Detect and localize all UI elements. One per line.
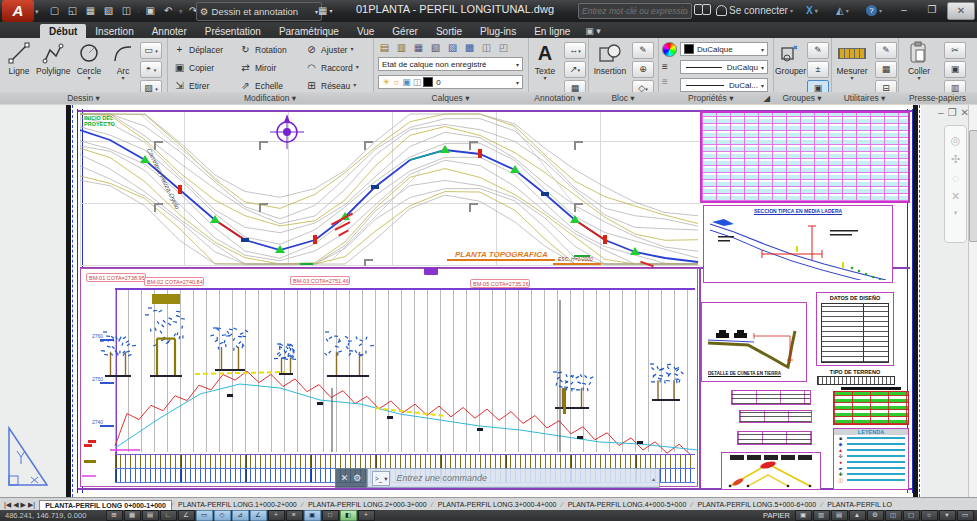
undo-icon[interactable]: ↶	[160, 3, 177, 19]
layer-states-icon[interactable]: ▥	[395, 42, 408, 53]
ellipse-icon[interactable]: ◓ ▾	[140, 61, 162, 78]
toolbar-lock-icon[interactable]: ◫	[885, 510, 902, 521]
annotation-scale-icon[interactable]: ▲	[849, 510, 866, 521]
command-history-icon[interactable]: ▴	[652, 475, 655, 482]
dynamic-input-icon[interactable]: +	[268, 510, 285, 521]
first-layout-icon[interactable]: |◀	[4, 501, 11, 509]
annotation-monitor-icon[interactable]: +	[358, 510, 375, 521]
dialog-launcher-icon[interactable]: ◢	[763, 92, 770, 104]
group-edit-icon[interactable]: ±	[807, 61, 829, 78]
quick-select-icon[interactable]: ✎	[875, 42, 897, 59]
object-snap-icon[interactable]: ▭	[196, 510, 213, 521]
print-icon[interactable]: ▣	[142, 3, 159, 19]
steering-wheel-icon[interactable]: ◎	[951, 134, 961, 147]
bulb-on-icon[interactable]: ☀	[382, 77, 390, 87]
dynamic-ucs-icon[interactable]: ∠	[250, 510, 267, 521]
layer-state-dropdown[interactable]: Etat de calque non enregistré▾	[378, 57, 523, 71]
drawing-minimize-ic[interactable]: –	[938, 107, 944, 118]
panel-label-dessin[interactable]: Dessin ▾	[0, 92, 167, 104]
fillet-button[interactable]: ◠Raccord▾	[305, 60, 359, 75]
arc-button[interactable]: Arc▾	[106, 40, 140, 90]
hardware-acceleration-icon[interactable]: ▢	[903, 510, 920, 521]
insert-button[interactable]: Insertion	[590, 40, 630, 90]
layout-tab-2[interactable]: PLANTA-PERFIL LONG.1+000-2+000	[173, 500, 302, 509]
layer-match-icon[interactable]: ◰	[497, 42, 510, 53]
quick-properties-icon[interactable]: □	[322, 510, 339, 521]
layout-tab-7[interactable]: PLANTA-PERFIL LO	[822, 500, 897, 509]
layer-unisolate-icon[interactable]: ▧	[429, 42, 442, 53]
paste-button[interactable]: Coller▾	[902, 40, 936, 90]
panel-label-modification[interactable]: Modification ▾	[167, 92, 373, 104]
tab-plugins[interactable]: Plug-ins	[471, 24, 525, 38]
command-wrench-icon[interactable]: ⚙	[353, 473, 361, 483]
linetype-dropdown[interactable]: DuCal...▾	[680, 78, 768, 92]
drawing-restore-icon[interactable]: ❐	[948, 107, 957, 118]
save-as-icon[interactable]: ▧	[100, 3, 117, 19]
tab-annoter[interactable]: Annoter	[143, 24, 196, 38]
tab-vue[interactable]: Vue	[348, 24, 383, 38]
layer-isolate-icon[interactable]: ▦	[412, 42, 425, 53]
workspace-gear-icon[interactable]: ⚙	[867, 510, 884, 521]
zoom-icon[interactable]: ◌	[952, 172, 959, 184]
stretch-button[interactable]: ⇲Etirer	[173, 78, 209, 93]
drawing-canvas[interactable]: INICIO DEL PROYECTO Carretera Pauza-Oyol…	[0, 105, 977, 497]
transparency-icon[interactable]: ▣	[304, 510, 321, 521]
close-button[interactable]: ✕	[947, 2, 975, 20]
scale-button[interactable]: ⇗Echelle	[239, 78, 283, 93]
status-menu-icon[interactable]: ▾	[939, 510, 956, 521]
group-button[interactable]: Grouper	[775, 40, 805, 90]
measure-button[interactable]: Mesurer▾	[833, 40, 871, 90]
panel-label-utilitaires[interactable]: Utilitaires ▾	[831, 92, 898, 104]
communication-center-icon[interactable]: ◭▾	[836, 3, 849, 18]
tab-gerer[interactable]: Gérer	[383, 24, 427, 38]
sun-icon[interactable]: ☼	[392, 77, 400, 87]
panel-label-proprietes[interactable]: Propriétés ▾ ◢	[658, 92, 773, 104]
last-layout-icon[interactable]: ▶|	[28, 501, 35, 509]
workspace-switcher[interactable]: ⚙ Dessin et annotation ▾	[196, 2, 322, 21]
maximize-viewport-icon[interactable]: ▣	[795, 510, 812, 521]
layout-tab-6[interactable]: PLANTA-PERFIL LONG.5+000-6+000	[692, 500, 821, 509]
panel-label-annotation[interactable]: Annotation ▾	[528, 92, 588, 104]
navbar-more-icon[interactable]: ▾	[954, 209, 958, 217]
paper-space-label[interactable]: PAPIER	[763, 511, 790, 520]
layout-tab-3[interactable]: PLANTA-PERFIL LONG.2+000-3+000	[303, 500, 432, 509]
color-wheel-icon[interactable]	[662, 42, 677, 57]
create-block-icon[interactable]: ⊕	[632, 61, 654, 78]
polar-tracking-icon[interactable]: ∠	[178, 510, 195, 521]
linetype-icon[interactable]: ≡	[662, 76, 677, 87]
plot-icon[interactable]: ◫	[118, 3, 135, 19]
binoculars-icon[interactable]	[694, 4, 710, 17]
text-button[interactable]: A Texte▾	[530, 40, 560, 90]
tab-insertion[interactable]: Insertion	[86, 24, 142, 38]
snap-mode-icon[interactable]: ▦	[124, 510, 141, 521]
layout-tab-1[interactable]: PLANTA-PERFIL LONG 0+000-1+000	[39, 500, 172, 510]
tab-parametrique[interactable]: Paramétrique	[270, 24, 348, 38]
block-editor-icon[interactable]: ✎	[632, 42, 654, 59]
object-snap-tracking-icon[interactable]: ⊿	[232, 510, 249, 521]
3d-object-snap-icon[interactable]: ◇	[214, 510, 231, 521]
layer-dropdown[interactable]: ☀ ☼ ▣ ◫ 0▾	[378, 75, 523, 89]
infer-constraints-icon[interactable]: ⊞	[106, 510, 123, 521]
minimize-button[interactable]: –	[891, 2, 917, 18]
viewport-freeze-icon[interactable]: ▣	[402, 77, 411, 87]
circle-button[interactable]: Cercle▾	[72, 40, 106, 90]
panel-label-bloc[interactable]: Bloc ▾	[588, 92, 658, 104]
signin-group[interactable]: Se connecter ▾	[716, 3, 793, 18]
panel-label-calques[interactable]: Calques ▾	[373, 92, 528, 104]
search-input[interactable]	[579, 4, 691, 18]
layer-properties-icon[interactable]: ▤	[378, 42, 391, 53]
command-close-icon[interactable]: ✕	[341, 473, 349, 483]
scrollbar-thumb[interactable]	[969, 130, 977, 242]
pan-hand-icon[interactable]: ✣	[951, 153, 960, 166]
lineweight-display-icon[interactable]: ≡	[286, 510, 303, 521]
ungroup-icon[interactable]: ✎	[807, 42, 829, 59]
polyline-button[interactable]: Polyligne	[36, 40, 70, 90]
clean-screen-icon[interactable]: ▭	[957, 510, 974, 521]
copy-button[interactable]: ▣Copier	[173, 60, 214, 75]
mirror-button[interactable]: ⇄Miroir	[239, 60, 276, 75]
help-icon[interactable]: ? ▾	[866, 3, 882, 18]
rectangle-icon[interactable]: ▭ ▾	[140, 42, 162, 59]
command-prompt-icon[interactable]: >_ ▾	[372, 471, 390, 486]
navigation-bar[interactable]: ◎ ✣ ◌ ✕ ▾	[944, 125, 967, 243]
quick-view-layouts-icon[interactable]: ▥	[813, 510, 830, 521]
